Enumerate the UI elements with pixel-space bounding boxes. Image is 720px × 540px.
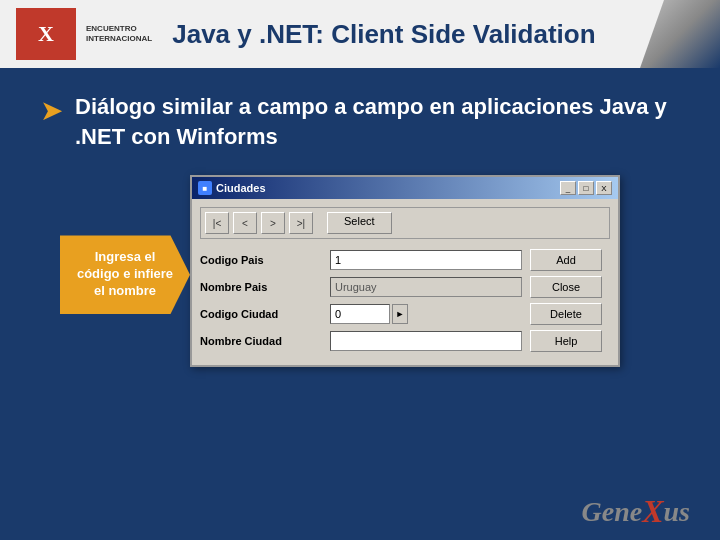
gene-text: Gene — [582, 496, 643, 528]
codigo-ciudad-input[interactable]: 0 — [330, 304, 390, 324]
close-button[interactable]: X — [596, 181, 612, 195]
demo-area: Ingresa el código e infiere el nombre ■ … — [60, 175, 680, 367]
nav-last-button[interactable]: >| — [289, 212, 313, 234]
dialog-icon: ■ — [198, 181, 212, 195]
help-button[interactable]: Help — [530, 330, 602, 352]
win-dialog: ■ Ciudades _ □ X |< < > >| Select — [190, 175, 620, 367]
codigo-pais-row: Codigo Pais 1 Add — [200, 249, 610, 271]
genexus-x: X — [642, 493, 663, 530]
add-btn-col: Add — [530, 249, 610, 271]
win-body: |< < > >| Select Codigo Pais 1 — [192, 199, 618, 365]
logo-x-icon: X — [38, 21, 54, 47]
nombre-pais-row: Nombre Pais Uruguay Close — [200, 276, 610, 298]
logo-sub1: ENCUENTRO — [86, 24, 152, 34]
nombre-pais-input[interactable]: Uruguay — [330, 277, 522, 297]
nav-prev-button[interactable]: < — [233, 212, 257, 234]
add-button[interactable]: Add — [530, 249, 602, 271]
logo-sub2: INTERNACIONAL — [86, 34, 152, 44]
dialog-title: Ciudades — [216, 182, 266, 194]
codigo-pais-field: 1 — [330, 250, 522, 270]
codigo-ciudad-field: 0 ► — [330, 304, 522, 324]
logo-box: X — [16, 8, 76, 60]
arrow-label: Ingresa el código e infiere el nombre — [60, 235, 190, 314]
nav-next-button[interactable]: > — [261, 212, 285, 234]
codigo-pais-label: Codigo Pais — [200, 254, 330, 266]
header: X ENCUENTRO INTERNACIONAL Java y .NET: C… — [0, 0, 720, 68]
nombre-pais-label: Nombre Pais — [200, 281, 330, 293]
nombre-ciudad-row: Nombre Ciudad Help — [200, 330, 610, 352]
page-title: Java y .NET: Client Side Validation — [172, 19, 595, 50]
select-button[interactable]: Select — [327, 212, 392, 234]
win-title-left: ■ Ciudades — [198, 181, 266, 195]
bullet-text: Diálogo similar a campo a campo en aplic… — [75, 92, 680, 151]
genexus-logo: Gene X us — [582, 493, 690, 530]
bullet-section: ➤ Diálogo similar a campo a campo en apl… — [40, 92, 680, 151]
codigo-ciudad-row: Codigo Ciudad 0 ► Delete — [200, 303, 610, 325]
codigo-ciudad-spinner: 0 ► — [330, 304, 522, 324]
codigo-ciudad-label: Codigo Ciudad — [200, 308, 330, 320]
win-controls[interactable]: _ □ X — [560, 181, 612, 195]
nav-first-button[interactable]: |< — [205, 212, 229, 234]
logo-area: X ENCUENTRO INTERNACIONAL — [16, 8, 152, 60]
close-dialog-button[interactable]: Close — [530, 276, 602, 298]
us-text: us — [664, 496, 690, 528]
delete-btn-col: Delete — [530, 303, 610, 325]
logo-encuentro: ENCUENTRO INTERNACIONAL — [86, 24, 152, 45]
close-btn-col: Close — [530, 276, 610, 298]
win-titlebar: ■ Ciudades _ □ X — [192, 177, 618, 199]
header-decoration — [640, 0, 720, 68]
minimize-button[interactable]: _ — [560, 181, 576, 195]
nombre-pais-field: Uruguay — [330, 277, 522, 297]
nombre-ciudad-field — [330, 331, 522, 351]
help-btn-col: Help — [530, 330, 610, 352]
delete-button[interactable]: Delete — [530, 303, 602, 325]
maximize-button[interactable]: □ — [578, 181, 594, 195]
spin-up-button[interactable]: ► — [392, 304, 408, 324]
win-toolbar: |< < > >| Select — [200, 207, 610, 239]
nombre-ciudad-label: Nombre Ciudad — [200, 335, 330, 347]
bullet-icon: ➤ — [40, 94, 63, 128]
nombre-ciudad-input[interactable] — [330, 331, 522, 351]
main-content: ➤ Diálogo similar a campo a campo en apl… — [0, 68, 720, 377]
codigo-pais-input[interactable]: 1 — [330, 250, 522, 270]
